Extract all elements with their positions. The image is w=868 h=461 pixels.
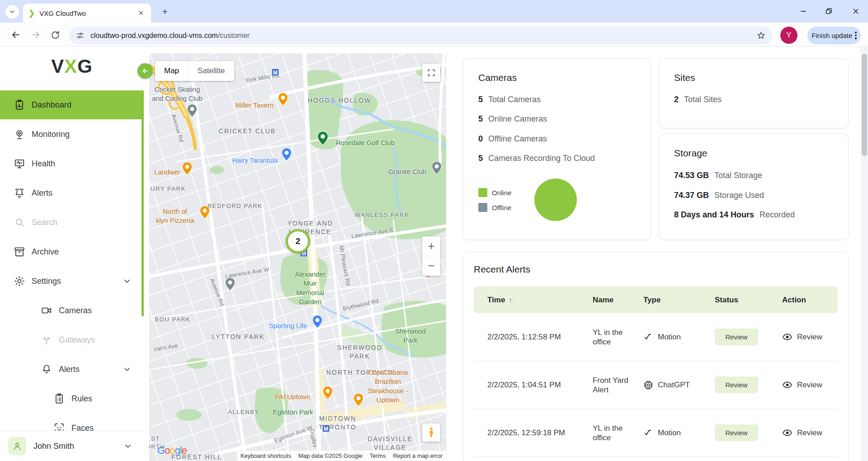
poi-pin-generic[interactable]	[431, 161, 442, 175]
reload-icon	[50, 30, 61, 40]
sidebar-item-label: Faces	[71, 423, 94, 432]
sidebar-item-cameras[interactable]: Cameras	[0, 296, 144, 325]
map-label: Alexander Muir Memorial Garden	[295, 270, 326, 306]
url-domain: cloudtwo-prod.vxgdemo.cloud-vms.com	[90, 32, 218, 39]
legend-online: Online	[478, 188, 511, 197]
alert-review-action[interactable]: Review	[782, 428, 838, 438]
dashboard-content: Cricket Skating and Curling Club Miller …	[144, 47, 861, 461]
bell-icon	[41, 363, 52, 375]
url-bar[interactable]: cloudtwo-prod.vxgdemo.cloud-vms.com/cust…	[69, 27, 772, 44]
window-restore-button[interactable]	[820, 4, 838, 19]
alert-type: ChatGPT	[643, 380, 715, 390]
browser-tab[interactable]: ❯ VXG CloudTwo ✕	[23, 4, 151, 23]
terms-link[interactable]: Terms	[366, 451, 389, 461]
sidebar-item-monitoring[interactable]: Monitoring	[0, 120, 144, 149]
alert-row[interactable]: 2/2/2025, 12:59:18 PM YL in the office M…	[474, 409, 838, 457]
map-canvas[interactable]: Cricket Skating and Curling Club Miller …	[149, 53, 446, 461]
finish-update-button[interactable]: Finish update	[807, 27, 861, 44]
map-label: Cricket Skating and Curling Club	[152, 85, 203, 103]
status-badge: Review	[715, 329, 758, 345]
zoom-in-button[interactable]: +	[422, 236, 440, 256]
map-label: North of klyn Pizzeria	[156, 207, 194, 226]
poi-pin-restaurant[interactable]	[322, 386, 333, 400]
alert-row[interactable]: 2/2/2025, 1:12:58 PM YL in the office Mo…	[474, 313, 838, 361]
map-type-satellite-button[interactable]: Satellite	[188, 61, 234, 81]
column-header-status[interactable]: Status	[715, 296, 782, 305]
legend-offline: Offline	[478, 203, 511, 212]
alert-row[interactable]: 2/2/2025, 1:04:51 PM Front Yard Alert Ch…	[474, 361, 838, 409]
window-close-button[interactable]	[847, 4, 865, 19]
sidebar-item-label: Dashboard	[32, 100, 71, 110]
sites-card: Sites 2Total Sites	[659, 58, 849, 128]
poi-pin-generic[interactable]	[187, 104, 198, 118]
tab-search-button[interactable]	[5, 5, 19, 19]
profile-avatar[interactable]: Y	[780, 27, 797, 44]
window-minimize-button[interactable]	[794, 4, 812, 19]
sidebar-item-alerts-settings[interactable]: Alerts	[0, 355, 144, 384]
sidebar-item-faces[interactable]: Faces	[0, 414, 144, 431]
map-type-map-button[interactable]: Map	[155, 61, 188, 81]
recent-alerts-card: Recent Alerts Time↑↓ Name Type Status Ac…	[463, 252, 849, 461]
video-camera-icon	[41, 305, 52, 316]
tune-icon	[75, 31, 85, 40]
sidebar-item-alerts[interactable]: Alerts	[0, 179, 144, 207]
poi-pin-restaurant[interactable]	[182, 162, 193, 175]
browser-menu-icon[interactable]	[855, 32, 857, 39]
tab-close-icon[interactable]: ✕	[137, 9, 146, 18]
sidebar-collapse-button[interactable]	[137, 63, 153, 79]
poi-pin-shopping[interactable]	[281, 148, 292, 161]
sidebar-item-search[interactable]: Search	[0, 208, 144, 237]
page-scrollbar[interactable]	[861, 47, 868, 461]
column-header-time[interactable]: Time↑↓	[474, 296, 593, 305]
google-logo[interactable]: Google	[157, 445, 187, 456]
keyboard-shortcuts-link[interactable]: Keyboard shortcuts	[237, 451, 295, 461]
camera-cluster-marker[interactable]: 2	[286, 229, 310, 254]
stat-total-storage: 74.53 GBTotal Storage	[674, 171, 762, 180]
poi-pin-restaurant[interactable]	[353, 393, 364, 407]
archive-box-icon	[14, 246, 25, 258]
sidebar-item-rules[interactable]: Rules	[0, 384, 144, 413]
url-path: /customer	[218, 32, 250, 39]
report-map-error-link[interactable]: Report a map error	[389, 451, 446, 461]
sidebar-item-settings[interactable]: Settings	[0, 267, 144, 296]
sidebar-item-gateways[interactable]: Gateways	[0, 325, 144, 354]
page-scrollbar-thumb[interactable]	[862, 54, 867, 156]
sidebar-item-dashboard[interactable]: Dashboard	[0, 90, 144, 119]
user-menu[interactable]: John Smith	[0, 431, 144, 461]
restore-icon	[824, 7, 833, 16]
alert-review-action[interactable]: Review	[782, 380, 838, 390]
sidebar-item-label: Gateways	[59, 335, 95, 345]
finish-update-label: Finish update	[811, 32, 852, 39]
browser-window: ❯ VXG CloudTwo ✕ + cloudtwo-prod.vxgdemo…	[0, 0, 868, 461]
pegman-button[interactable]	[422, 423, 440, 442]
zoom-out-button[interactable]: −	[422, 256, 440, 276]
poi-pin-golf[interactable]	[317, 131, 329, 146]
sidebar-item-health[interactable]: Health	[0, 149, 144, 178]
reload-button[interactable]	[47, 26, 64, 43]
poi-pin-restaurant[interactable]	[199, 206, 210, 219]
health-monitor-icon	[14, 158, 25, 169]
alert-review-action[interactable]: Review	[782, 332, 838, 342]
poi-pin-shopping[interactable]	[312, 315, 323, 329]
map-label: Granite Club	[388, 167, 426, 176]
poi-pin-generic[interactable]	[225, 278, 236, 291]
url-text[interactable]: cloudtwo-prod.vxgdemo.cloud-vms.com/cust…	[90, 32, 751, 40]
new-tab-button[interactable]: +	[159, 6, 171, 18]
sort-icons[interactable]: ↑↓	[509, 296, 515, 304]
stat-total-cameras: 5Total Cameras	[478, 95, 541, 104]
poi-pin-restaurant[interactable]	[278, 93, 288, 106]
column-header-action[interactable]: Action	[782, 296, 838, 305]
map-label: LYTTON PARK	[212, 333, 265, 341]
column-header-name[interactable]: Name	[593, 296, 643, 305]
sidebar-item-label: Monitoring	[32, 130, 70, 139]
column-header-type[interactable]: Type	[643, 296, 715, 305]
map-fullscreen-button[interactable]	[422, 64, 440, 82]
forward-button[interactable]	[27, 26, 44, 43]
status-badge: Review	[715, 376, 758, 393]
alert-time: 2/2/2025, 12:59:18 PM	[474, 428, 593, 437]
back-button[interactable]	[7, 26, 24, 43]
bookmark-star-icon[interactable]	[756, 31, 766, 40]
sidebar-item-archive[interactable]: Archive	[0, 237, 144, 266]
map-attribution: Keyboard shortcuts Map data ©2025 Google…	[237, 450, 446, 461]
sidebar-item-label: Settings	[32, 277, 61, 286]
